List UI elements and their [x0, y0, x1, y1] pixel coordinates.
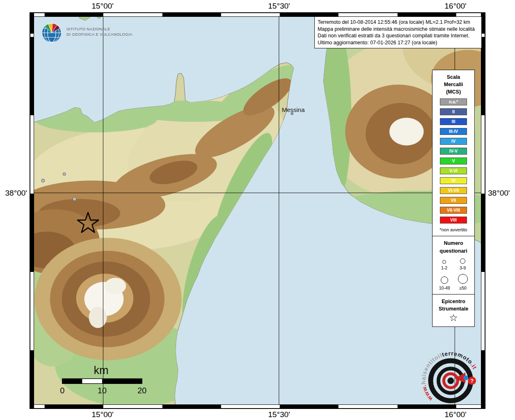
lon-label-top-1500: 15°00'	[92, 2, 114, 11]
epicenter-legend-title: Epicentro Strumentale	[433, 298, 474, 313]
question-mark: ?	[470, 378, 474, 384]
info-line-data: Dati non verificati estratti da 3 questi…	[318, 32, 478, 39]
legend-title: Scala Mercalli (MCS)	[433, 73, 474, 96]
mcs-chip-vii-viii: VII-VIII	[440, 207, 467, 214]
mcs-chip-iv: IV	[440, 138, 467, 145]
mcs-chip-vii: VII	[440, 197, 467, 204]
mcs-chip-v-vi: V-VI	[440, 167, 467, 174]
map-area: Messina km 0 10 20	[30, 12, 485, 409]
epicenter-star-icon: ☆	[433, 313, 474, 323]
lat-label-left-3800: 38°00'	[0, 189, 27, 198]
questionnaire-title: Numero questionari	[433, 240, 474, 254]
info-line-update: Ultimo aggiornamento: 07-01-2026 17:27 (…	[318, 39, 478, 46]
event-info-box: Terremoto del 10-08-2014 12:55:46 (ora l…	[314, 16, 482, 48]
messina-label: Messina	[282, 106, 305, 113]
info-line-map: Mappa preliminare delle intensità macros…	[318, 26, 478, 33]
legend-divider-1	[433, 236, 474, 236]
terrain-map: Messina km 0 10 20	[30, 13, 485, 408]
ingv-logo: ISTITUTO NAZIONALE DI GEOFISICA E VULCAN…	[40, 21, 133, 43]
ingv-wordmark: ISTITUTO NAZIONALE DI GEOFISICA E VULCAN…	[66, 27, 133, 37]
mcs-chip-vi-vii: VI-VII	[440, 187, 467, 194]
size-circle-10-49	[441, 276, 448, 284]
lon-label-top-1530: 15°30'	[268, 2, 290, 11]
ingv-globe-icon	[40, 21, 63, 43]
mcs-chip-viii: VIII	[440, 217, 467, 224]
questionnaire-sizes-row1: 1-2 3-9	[433, 258, 474, 270]
size-circle-50plus	[458, 274, 468, 284]
mcs-chip-v: V	[440, 158, 467, 164]
info-line-event: Terremoto del 10-08-2014 12:55:46 (ora l…	[318, 19, 478, 26]
lon-label-top-1600: 16°00'	[444, 2, 467, 11]
lat-label-right-3800: 38°00'	[488, 189, 510, 198]
scale-tick-0: 0	[60, 386, 64, 395]
lon-label-bottom-1530: 15°30'	[268, 410, 290, 419]
legend-divider-2	[433, 294, 474, 294]
macroseismic-map-page: 15°00' 15°30' 16°00' 15°00' 15°30' 16°00…	[0, 0, 515, 420]
mcs-chip-iii-iv: III-IV	[440, 128, 467, 135]
mcs-chip-ii: II	[440, 108, 467, 115]
legend-footnote: *non avvertito	[433, 227, 474, 232]
frame-border-right	[481, 13, 485, 408]
lon-label-bottom-1600: 16°00'	[444, 410, 467, 419]
scale-tick-10: 10	[98, 386, 107, 395]
scale-tick-20: 20	[137, 386, 146, 395]
mcs-chip-na: n.a.*	[440, 98, 467, 105]
legend: Scala Mercalli (MCS) n.a.* II III III-IV…	[432, 70, 475, 327]
questionnaire-sizes-row2: 10-49 ≥50	[433, 274, 474, 290]
mcs-chip-iv-v: IV-V	[440, 148, 467, 155]
lon-label-bottom-1500: 15°00'	[92, 410, 114, 419]
mcs-chip-iii: III	[440, 118, 467, 125]
size-circle-3-9	[460, 258, 465, 264]
mcs-chip-vi: VI	[440, 177, 467, 184]
frame-border-left	[30, 13, 34, 408]
scale-bar-unit: km	[94, 364, 108, 377]
frame-border-bottom	[30, 404, 485, 408]
size-circle-1-2	[442, 260, 446, 264]
